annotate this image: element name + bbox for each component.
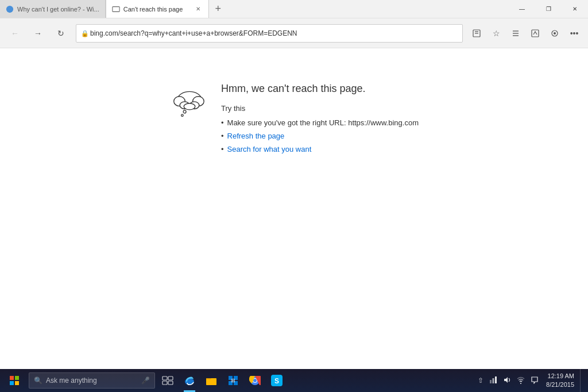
address-bar: ← → ↻ 🔒 bing.com/search?q=why+cant+i+use… [0, 18, 588, 48]
lock-icon: 🔒 [81, 30, 88, 37]
error-container: Hmm, we can't reach this page. Try this … [169, 83, 419, 158]
cloud-icon-wrapper [169, 86, 210, 122]
file-explorer-icon [206, 375, 217, 386]
svg-rect-1 [113, 6, 119, 11]
svg-text:⊞: ⊞ [231, 378, 235, 383]
svg-point-10 [554, 32, 556, 34]
list-item-text-0: Make sure you've got the right URL: http… [227, 118, 419, 127]
refresh-link[interactable]: Refresh the page [227, 132, 285, 140]
svg-rect-19 [10, 376, 14, 380]
task-view-button[interactable] [157, 369, 178, 392]
close-button[interactable]: ✕ [562, 0, 588, 18]
svg-point-18 [181, 114, 184, 117]
cloud-icon [169, 86, 210, 120]
address-text: bing.com/search?q=why+cant+i+use+a+brows… [90, 29, 458, 37]
svg-rect-25 [163, 381, 167, 385]
store-icon: ⊞ [228, 375, 238, 386]
skype-button[interactable]: S [266, 369, 287, 392]
tab-strip: Why can't I get online? - Wi... Can't re… [0, 0, 509, 18]
error-title: Hmm, we can't reach this page. [221, 83, 419, 95]
tab-active-label: Can't reach this page [123, 6, 190, 13]
svg-point-43 [520, 383, 521, 384]
web-note-icon[interactable] [526, 24, 544, 43]
list-item-2: • Search for what you want [221, 145, 419, 153]
svg-rect-40 [490, 380, 492, 383]
page-content: Hmm, we can't reach this page. Try this … [0, 48, 588, 369]
svg-point-0 [6, 5, 13, 12]
chrome-icon [249, 375, 261, 386]
system-clock[interactable]: 12:19 AM 8/21/2015 [543, 372, 578, 390]
start-button[interactable] [0, 369, 29, 392]
svg-point-16 [184, 103, 195, 110]
svg-rect-22 [15, 381, 19, 385]
list-item-0: • Make sure you've got the right URL: ht… [221, 118, 419, 127]
system-tray: ⇧ 12:19 AM 8/21/2015 [476, 369, 588, 392]
svg-rect-20 [15, 376, 19, 380]
svg-rect-8 [532, 30, 539, 37]
try-this-label: Try this [221, 104, 419, 113]
volume-icon[interactable] [501, 376, 513, 386]
toolbar-icons: ☆ ••• [467, 24, 583, 43]
clock-time: 12:19 AM [546, 372, 574, 381]
action-center-icon[interactable] [529, 376, 540, 386]
svg-rect-21 [10, 381, 14, 385]
error-text: Hmm, we can't reach this page. Try this … [221, 83, 419, 158]
wifi-icon[interactable] [515, 376, 527, 386]
minimize-button[interactable]: — [509, 0, 535, 18]
file-explorer-button[interactable] [201, 369, 222, 392]
taskbar-apps: ⊞ S [157, 369, 287, 392]
favorites-icon[interactable]: ☆ [487, 24, 505, 43]
tab-inactive[interactable]: Why can't I get online? - Wi... [0, 0, 106, 18]
list-item-1: • Refresh the page [221, 132, 419, 140]
window-controls: — ❐ ✕ [509, 0, 588, 18]
taskbar: 🔍 Ask me anything 🎤 [0, 369, 588, 392]
svg-point-17 [183, 110, 186, 113]
svg-rect-41 [493, 378, 494, 383]
chevron-up-icon[interactable]: ⇧ [476, 376, 485, 385]
svg-text:S: S [274, 377, 279, 385]
chrome-button[interactable] [245, 369, 265, 392]
taskbar-search[interactable]: 🔍 Ask me anything 🎤 [29, 372, 155, 389]
forward-button[interactable]: → [28, 24, 48, 43]
search-link[interactable]: Search for what you want [227, 145, 312, 153]
microphone-icon: 🎤 [141, 376, 150, 385]
reading-list-icon[interactable] [467, 24, 486, 43]
title-bar: Why can't I get online? - Wi... Can't re… [0, 0, 588, 18]
search-placeholder: Ask me anything [46, 376, 97, 385]
edge-taskbar-button[interactable] [179, 369, 200, 392]
tab-inactive-label: Why can't I get online? - Wi... [17, 6, 99, 13]
svg-rect-24 [168, 376, 173, 380]
svg-rect-23 [163, 376, 167, 380]
bullet-0: • [221, 118, 224, 127]
edge-taskbar-icon [184, 375, 195, 386]
windows-logo [9, 375, 20, 386]
svg-point-37 [253, 379, 257, 382]
svg-rect-42 [495, 376, 497, 383]
address-input[interactable]: 🔒 bing.com/search?q=why+cant+i+use+a+bro… [76, 24, 463, 43]
hub-icon[interactable] [506, 24, 525, 43]
edge-tab-icon [6, 5, 14, 13]
network-icon[interactable] [488, 376, 499, 386]
svg-rect-29 [207, 378, 211, 379]
bullet-1: • [221, 132, 224, 140]
svg-rect-26 [168, 381, 173, 385]
refresh-button[interactable]: ↻ [51, 24, 71, 43]
edge-active-tab-icon [112, 5, 120, 13]
new-tab-button[interactable]: + [209, 0, 227, 18]
search-icon: 🔍 [34, 376, 42, 385]
bullet-2: • [221, 145, 224, 153]
cortana-icon[interactable] [546, 24, 564, 43]
skype-icon: S [271, 375, 283, 386]
store-button[interactable]: ⊞ [223, 369, 243, 392]
clock-date: 8/21/2015 [546, 381, 574, 389]
error-list: • Make sure you've got the right URL: ht… [221, 118, 419, 153]
task-view-icon [162, 376, 173, 385]
tab-close-button[interactable]: ✕ [194, 5, 203, 14]
more-button[interactable]: ••• [565, 24, 583, 43]
restore-button[interactable]: ❐ [535, 0, 562, 18]
tab-active[interactable]: Can't reach this page ✕ [106, 0, 209, 18]
back-button[interactable]: ← [5, 24, 25, 43]
show-desktop-button[interactable] [580, 369, 583, 392]
